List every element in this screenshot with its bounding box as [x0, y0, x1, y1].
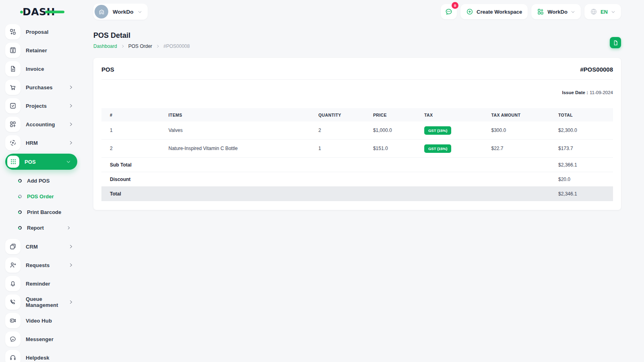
- crm-icon: [9, 243, 17, 250]
- messenger-chat-icon: [9, 335, 17, 343]
- chevron-right-icon: [68, 263, 73, 267]
- sidebar-item-hrm[interactable]: HRM: [5, 135, 79, 150]
- sidebar-item-label: Retainer: [26, 47, 47, 53]
- submenu-item-report[interactable]: Report: [5, 222, 79, 234]
- pos-detail-card: POS #POS00008 Issue Date : 11-09-2024 # …: [93, 58, 621, 210]
- grid-plus-icon: [537, 8, 544, 15]
- chevron-down-icon: [66, 159, 71, 164]
- purchases-icon: [9, 84, 17, 91]
- sidebar-item-requests[interactable]: Requests: [5, 257, 79, 273]
- table-header-row: # ITEMS QUANTITY PRICE TAX TAX AMOUNT TO…: [101, 108, 613, 121]
- create-workspace-button[interactable]: Create Workspace: [460, 4, 528, 19]
- table-row: 2 Nature-Inspired Vitamin C Bottle 1 $15…: [101, 140, 613, 158]
- table-row: 1 Valves 2 $1,000.0 GST (15%) $300.0 $2,…: [101, 121, 613, 140]
- issue-date-label: Issue Date :: [562, 90, 588, 95]
- chevron-right-icon: [68, 140, 73, 145]
- language-selector[interactable]: EN: [584, 4, 621, 19]
- create-workspace-label: Create Workspace: [477, 9, 522, 15]
- pos-items-table: # ITEMS QUANTITY PRICE TAX TAX AMOUNT TO…: [101, 108, 613, 201]
- chevron-right-icon: [68, 85, 73, 90]
- sidebar-item-video-hub[interactable]: Video Hub: [5, 313, 79, 328]
- sidebar-item-label: Accounting: [26, 121, 55, 128]
- cell-qty: 2: [318, 128, 373, 133]
- sidebar-item-label: Queue Management: [26, 296, 68, 308]
- submenu-item-pos-order[interactable]: POS Order: [5, 190, 79, 202]
- sidebar-item-label: Invoice: [26, 66, 44, 72]
- sidebar-item-reminder[interactable]: Reminder: [5, 276, 79, 291]
- sidebar-item-queue-management[interactable]: Queue Management: [5, 294, 79, 310]
- bullet-icon: [17, 194, 23, 199]
- messages-count-badge: 0: [452, 2, 458, 9]
- cell-no: 2: [101, 146, 169, 151]
- sidebar-item-label: Messenger: [26, 336, 54, 342]
- bullet-icon: [17, 225, 23, 230]
- col-header-quantity: QUANTITY: [318, 113, 373, 117]
- breadcrumb-current: #POS00008: [163, 43, 190, 49]
- sidebar-item-messenger[interactable]: Messenger: [5, 331, 79, 347]
- discount-label: Discount: [101, 177, 169, 182]
- total-label: Total: [101, 191, 169, 197]
- messages-button[interactable]: 0: [441, 4, 457, 19]
- cell-tax-amount: $300.0: [491, 128, 558, 133]
- pos-number: #POS00008: [580, 66, 613, 73]
- cell-item: Valves: [169, 128, 318, 133]
- video-camera-icon: [9, 317, 17, 324]
- helpdesk-headset-icon: [9, 354, 17, 361]
- language-label: EN: [601, 9, 608, 15]
- sidebar-item-proposal[interactable]: Proposal: [5, 24, 79, 39]
- sidebar-item-purchases[interactable]: Purchases: [5, 80, 79, 95]
- page-header: POS Detail Dashboard POS Order #POS00008: [93, 31, 621, 49]
- submenu-item-print-barcode[interactable]: Print Barcode: [5, 206, 79, 218]
- issue-date: Issue Date : 11-09-2024: [101, 90, 613, 95]
- page-title: POS Detail: [93, 31, 190, 40]
- chevron-right-icon: [68, 300, 73, 304]
- export-pos-button[interactable]: [610, 37, 621, 48]
- plus-circle-icon: [466, 8, 473, 15]
- sidebar-item-invoice[interactable]: Invoice: [5, 61, 79, 76]
- sidebar-item-label: CRM: [26, 244, 38, 250]
- sidebar-item-label: Video Hub: [26, 318, 52, 324]
- sidebar-item-helpdesk[interactable]: Helpdesk: [5, 350, 79, 362]
- bullet-icon: [17, 178, 23, 183]
- sidebar-item-accounting[interactable]: Accounting: [5, 117, 79, 132]
- sidebar-item-retainer[interactable]: Retainer: [5, 43, 79, 58]
- total-value: $2,346.1: [558, 191, 613, 197]
- pos-submenu: Add POS POS Order Print Barcode Report: [5, 174, 79, 239]
- sidebar-item-pos[interactable]: POS: [5, 154, 77, 170]
- proposal-icon: [9, 28, 17, 35]
- total-row: Total $2,346.1: [101, 187, 613, 201]
- brand-logo[interactable]: DASH: [0, 0, 80, 23]
- sidebar-item-label: HRM: [26, 140, 38, 146]
- breadcrumb: Dashboard POS Order #POS00008: [93, 43, 190, 49]
- topbar-actions: 0 Create Workspace WorkDo EN: [441, 4, 621, 19]
- topbar: WorkDo 0 Create Workspace WorkDo: [93, 0, 621, 23]
- sidebar-item-label: Projects: [26, 103, 47, 109]
- requests-icon: [9, 261, 17, 269]
- discount-value: $20.0: [558, 177, 613, 182]
- breadcrumb-pos-order-link[interactable]: POS Order: [128, 43, 152, 49]
- sidebar-item-projects[interactable]: Projects: [5, 98, 79, 113]
- cell-tax-amount: $22.7: [491, 146, 558, 151]
- subtotal-label: Sub Total: [101, 162, 169, 168]
- sidebar-item-label: Proposal: [26, 29, 48, 35]
- chevron-down-icon: [611, 10, 615, 14]
- subtotal-row: Sub Total $2,366.1: [101, 158, 613, 172]
- chevron-right-icon: [68, 244, 73, 249]
- chevron-down-icon: [571, 10, 575, 14]
- workspace-switcher[interactable]: WorkDo: [93, 4, 148, 20]
- sidebar-item-label: Helpdesk: [26, 355, 50, 361]
- cell-total: $2,300.0: [558, 128, 613, 133]
- sidebar-item-label: Purchases: [26, 84, 53, 90]
- projects-icon: [9, 102, 17, 109]
- breadcrumb-dashboard-link[interactable]: Dashboard: [93, 43, 117, 49]
- chevron-right-icon: [68, 103, 73, 108]
- bullet-icon: [17, 210, 23, 215]
- reminder-bell-icon: [9, 280, 17, 287]
- cell-qty: 1: [318, 146, 373, 151]
- sidebar-item-label: Requests: [26, 262, 50, 268]
- apps-dropdown-button[interactable]: WorkDo: [531, 4, 581, 19]
- cell-no: 1: [101, 128, 169, 133]
- submenu-item-add-pos[interactable]: Add POS: [5, 175, 79, 187]
- sidebar-item-label: POS: [25, 159, 36, 165]
- sidebar-item-crm[interactable]: CRM: [5, 239, 79, 254]
